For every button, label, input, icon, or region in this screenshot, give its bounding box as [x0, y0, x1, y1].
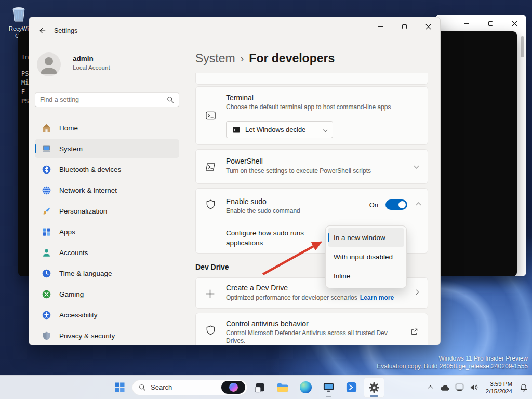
minimize-button[interactable] [368, 17, 392, 36]
card-title: PowerShell [226, 157, 263, 165]
page-title: For developers [249, 51, 335, 65]
clipped-card [195, 73, 428, 85]
antivirus-card[interactable]: Control antivirus behavior Control Micro… [195, 313, 428, 345]
minimize-button[interactable] [455, 15, 478, 32]
sudo-toggle[interactable] [385, 200, 407, 210]
clock-time: 3:59 PM [486, 380, 512, 388]
network-tray-button[interactable] [453, 377, 467, 398]
taskbar-clock[interactable]: 3:59 PM 2/15/2024 [482, 380, 516, 395]
sidebar-item-time-language[interactable]: Time & language [35, 264, 179, 283]
task-view-button[interactable] [249, 377, 270, 398]
background-window-controls [455, 15, 526, 32]
notifications-button[interactable] [516, 377, 531, 398]
cmd-icon [232, 126, 241, 134]
card-description: Choose the default terminal app to host … [226, 103, 391, 111]
learn-more-link[interactable]: Learn more [360, 294, 394, 301]
sidebar-item-bluetooth[interactable]: Bluetooth & devices [35, 160, 179, 179]
taskbar-search[interactable]: Search [132, 380, 247, 395]
blue-app-icon [345, 381, 357, 393]
terminal-card: Terminal Choose the default terminal app… [195, 86, 428, 145]
bell-icon [520, 383, 528, 392]
active-indicator [370, 395, 378, 397]
maximize-button[interactable] [478, 15, 502, 32]
settings-window: Settings admin Local Account [29, 17, 441, 345]
sidebar-item-privacy[interactable]: Privacy & security [35, 326, 179, 345]
insider-watermark: Windows 11 Pro Insider Preview Evaluatio… [377, 355, 528, 370]
onedrive-button[interactable] [438, 377, 453, 398]
sidebar-item-network[interactable]: Network & internet [35, 181, 179, 200]
dropdown-value: Let Windows decide [245, 126, 305, 134]
start-button[interactable] [109, 377, 130, 398]
toggle-knob [398, 201, 406, 208]
personalization-icon [42, 206, 51, 216]
chevron-down-icon [323, 127, 327, 131]
accessibility-icon [42, 310, 51, 320]
copilot-button[interactable] [221, 381, 245, 394]
powershell-card[interactable]: PowerShell Turn on these settings to exe… [195, 149, 428, 184]
sidebar-item-home[interactable]: Home [35, 118, 179, 137]
card-description: Turn on these settings to execute PowerS… [226, 167, 371, 175]
titlebar[interactable]: Settings [29, 17, 440, 42]
sidebar-item-accounts[interactable]: Accounts [35, 243, 179, 262]
sidebar-item-label: Privacy & security [59, 332, 115, 340]
default-terminal-dropdown[interactable]: Let Windows decide [226, 121, 333, 138]
back-button[interactable] [34, 23, 50, 38]
flyout-option-label: In a new window [334, 234, 385, 242]
cloud-icon [440, 384, 450, 391]
taskbar-search-label: Search [151, 383, 172, 391]
account-name: admin [73, 55, 94, 62]
settings-app-button[interactable] [364, 377, 384, 398]
sidebar-item-label: Network & internet [59, 187, 117, 194]
terminal-app-button[interactable] [318, 377, 339, 398]
volume-button[interactable] [467, 377, 482, 398]
card-title: Create a Dev Drive [226, 284, 288, 292]
shield-outline-icon [205, 325, 216, 336]
sidebar-item-accessibility[interactable]: Accessibility [35, 305, 179, 324]
sidebar-item-label: System [59, 145, 83, 153]
close-icon [425, 24, 431, 30]
search-icon [139, 384, 146, 391]
avatar[interactable] [37, 52, 61, 76]
flyout-option-label: With input disabled [334, 253, 393, 261]
sidebar-item-gaming[interactable]: Gaming [35, 285, 179, 303]
edge-browser-button[interactable] [295, 377, 316, 398]
blue-app-button[interactable] [341, 377, 362, 398]
system-tray: 3:59 PM 2/15/2024 [423, 376, 531, 399]
maximize-button[interactable] [392, 17, 416, 36]
sudo-controls: On [369, 200, 420, 210]
main-content: System › For developers Terminal Choose … [195, 42, 428, 345]
breadcrumb: System › For developers [195, 50, 428, 66]
chevron-up-icon[interactable] [416, 202, 421, 207]
sidebar-item-system[interactable]: System [35, 139, 179, 158]
clock-icon [42, 269, 51, 278]
plus-icon [205, 289, 215, 299]
flyout-option-new-window[interactable]: In a new window [328, 228, 404, 247]
edge-icon [300, 381, 312, 393]
close-button[interactable] [416, 17, 440, 36]
card-title: Terminal [226, 94, 254, 102]
file-explorer-button[interactable] [272, 377, 293, 398]
sidebar: admin Local Account Home [29, 42, 185, 345]
shield-icon [42, 331, 51, 341]
scrollbar-thumb[interactable] [521, 36, 524, 57]
sidebar-item-label: Apps [59, 228, 75, 236]
breadcrumb-parent[interactable]: System [195, 51, 235, 65]
card-description-row: Optimized performance for developer scen… [226, 294, 394, 301]
home-icon [42, 123, 51, 133]
toggle-state-label: On [369, 201, 378, 209]
taskbar: Search [0, 375, 532, 399]
task-view-icon [254, 382, 265, 393]
sidebar-item-apps[interactable]: Apps [35, 222, 179, 241]
sidebar-item-personalization[interactable]: Personalization [35, 202, 179, 220]
settings-search-box[interactable] [35, 92, 179, 107]
network-icon [42, 185, 51, 195]
flyout-option-inline[interactable]: Inline [328, 267, 404, 285]
hidden-icons-button[interactable] [423, 377, 438, 398]
close-button[interactable] [502, 15, 526, 32]
flyout-option-input-disabled[interactable]: With input disabled [328, 247, 404, 266]
settings-search-input[interactable] [40, 96, 167, 103]
ethernet-icon [455, 383, 464, 391]
card-description: Control Microsoft Defender Antivirus acr… [226, 329, 400, 345]
terminal-line: PS [21, 70, 29, 77]
copilot-icon [229, 383, 238, 392]
